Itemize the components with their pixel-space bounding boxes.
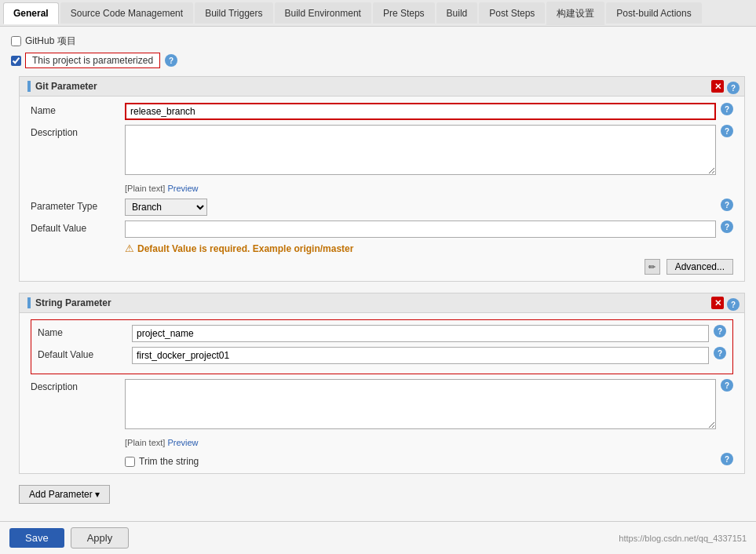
git-description-label: Description (31, 125, 125, 138)
apply-button[interactable]: Apply (71, 527, 130, 549)
git-param-help-icon[interactable]: ? (727, 82, 740, 94)
string-param-header: String Parameter (20, 293, 744, 313)
git-param-type-select[interactable]: Tag Branch Branch or Tag Revision (125, 199, 207, 216)
save-button[interactable]: Save (9, 528, 64, 548)
git-description-row: Description ? (31, 125, 733, 182)
github-label: GitHub 项目 (25, 35, 76, 48)
string-name-input[interactable] (132, 325, 709, 342)
tab-post-build[interactable]: Post-build Actions (606, 2, 701, 24)
git-advanced-button[interactable]: Advanced... (667, 259, 733, 275)
git-default-value-input[interactable] (125, 221, 716, 238)
string-param-help-icon[interactable]: ? (727, 298, 740, 311)
git-edit-icon[interactable]: ✏ (645, 259, 660, 275)
string-default-value-help-icon[interactable]: ? (714, 347, 726, 359)
string-param-close-icon[interactable]: ✕ (711, 297, 724, 309)
parameterized-checkbox[interactable] (11, 56, 21, 66)
github-checkbox[interactable] (11, 36, 21, 46)
git-param-title: Git Parameter (35, 81, 97, 92)
string-param-title: String Parameter (35, 297, 111, 308)
tab-build-triggers[interactable]: Build Triggers (195, 2, 272, 24)
git-param-type-help-icon[interactable]: ? (721, 199, 733, 211)
tab-post-steps[interactable]: Post Steps (479, 2, 545, 24)
string-name-default-section: Name ? Default Value (31, 319, 733, 374)
string-plain-text-row: [Plain text] Preview (125, 436, 733, 448)
git-advanced-row: ✏ Advanced... (31, 259, 733, 275)
tabs-bar: General Source Code Management Build Tri… (0, 0, 756, 27)
string-name-row: Name ? (38, 325, 726, 347)
add-parameter-button[interactable]: Add Parameter ▾ (19, 485, 110, 504)
tab-pre-steps[interactable]: Pre Steps (373, 2, 435, 24)
string-trim-checkbox[interactable] (125, 457, 135, 467)
tab-general[interactable]: General (3, 2, 59, 24)
string-default-value-row: Default Value ? (38, 347, 726, 369)
string-default-value-label: Default Value (38, 347, 132, 360)
string-trim-row: Trim the string ? (31, 453, 733, 467)
git-description-help-icon[interactable]: ? (721, 125, 733, 137)
git-default-value-warning: Default Value is required. Example origi… (125, 242, 716, 254)
github-row: GitHub 项目 (11, 35, 745, 48)
parameterized-help-icon[interactable]: ? (165, 54, 177, 67)
git-param-type-row: Parameter Type Tag Branch Branch or Tag … (31, 199, 733, 221)
string-description-help-icon[interactable]: ? (721, 379, 733, 392)
tab-build-environment[interactable]: Build Environment (275, 2, 371, 24)
git-plain-text-row: [Plain text] Preview (125, 182, 733, 194)
git-param-type-label: Parameter Type (31, 199, 125, 212)
git-warning-text: Default Value is required. Example origi… (137, 243, 353, 254)
git-plain-text-label: [Plain text] (125, 184, 165, 193)
parameterized-row: This project is parameterized ? (11, 53, 745, 68)
git-param-close-icon[interactable]: ✕ (711, 80, 724, 93)
string-trim-label: Trim the string (139, 456, 199, 467)
string-name-help-icon[interactable]: ? (714, 325, 726, 337)
git-name-row: Name ? (31, 103, 733, 125)
string-plain-text-label: [Plain text] (125, 438, 165, 447)
string-param-body: Name ? Default Value (20, 313, 744, 473)
bottom-bar: Save Apply https://blog.csdn.net/qq_4337… (0, 521, 756, 554)
string-description-row: Description ? (31, 379, 733, 436)
git-name-input[interactable] (125, 103, 716, 120)
string-parameter-block: String Parameter ✕ ? Name ? (19, 293, 745, 474)
git-parameter-block: Git Parameter ✕ ? Name ? (19, 76, 745, 282)
tab-build[interactable]: Build (436, 2, 478, 24)
string-description-label: Description (31, 379, 125, 392)
string-trim-help-icon[interactable]: ? (721, 453, 733, 465)
string-preview-link[interactable]: Preview (167, 438, 198, 447)
git-default-value-help-icon[interactable]: ? (721, 221, 733, 233)
git-name-help-icon[interactable]: ? (721, 103, 733, 115)
git-param-body: Name ? Description (20, 97, 744, 281)
tab-build-settings[interactable]: 构建设置 (546, 2, 604, 25)
git-description-textarea[interactable] (125, 125, 716, 175)
string-name-label: Name (38, 325, 132, 338)
bottom-url: https://blog.csdn.net/qq_4337151 (619, 534, 747, 543)
string-description-textarea[interactable] (125, 379, 716, 429)
git-param-header: Git Parameter (20, 77, 744, 97)
git-name-label: Name (31, 103, 125, 116)
string-default-value-input[interactable] (132, 347, 709, 364)
parameterized-label: This project is parameterized (25, 53, 160, 68)
git-default-value-label: Default Value (31, 221, 125, 234)
git-preview-link[interactable]: Preview (167, 184, 198, 193)
main-content: GitHub 项目 This project is parameterized … (0, 27, 756, 521)
tab-source-code[interactable]: Source Code Management (60, 2, 193, 24)
git-default-value-row: Default Value Default Value is required.… (31, 221, 733, 254)
